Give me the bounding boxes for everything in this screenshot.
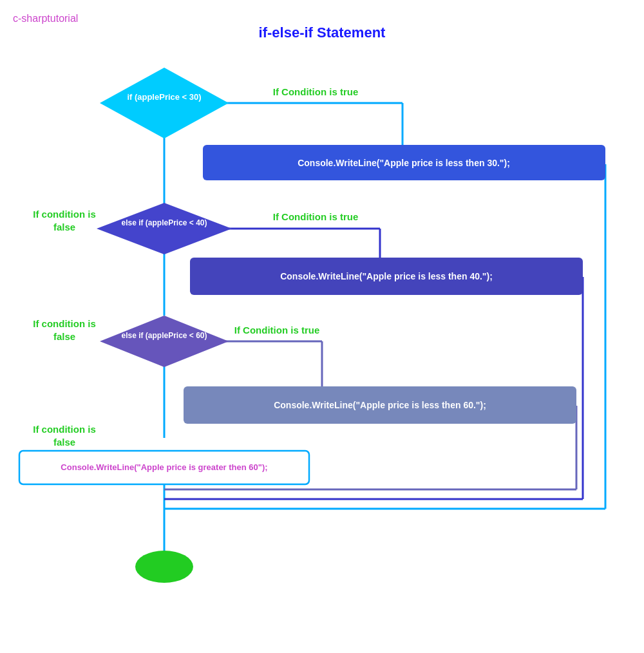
false-label-1: If condition is — [33, 209, 96, 220]
diamond-condition1 — [100, 68, 229, 138]
false-label-2: If condition is — [33, 318, 96, 329]
svg-text:false: false — [53, 331, 75, 342]
condition2-text: else if (applePrice < 40) — [121, 218, 207, 227]
true-label-1: If Condition is true — [273, 86, 359, 97]
action2-text: Console.WriteLine("Apple price is less t… — [280, 271, 493, 281]
action3-text: Console.WriteLine("Apple price is less t… — [274, 400, 486, 410]
condition1-text: if (applePrice < 30) — [127, 92, 201, 102]
diamond-condition2 — [97, 203, 232, 254]
end-oval — [135, 551, 193, 583]
true-label-2: If Condition is true — [273, 211, 359, 222]
true-label-3: If Condition is true — [234, 325, 320, 336]
flowchart-diagram: if (applePrice < 30) If Condition is tru… — [0, 0, 644, 653]
action1-text: Console.WriteLine("Apple price is less t… — [298, 158, 510, 168]
condition3-text: else if (applePrice < 60) — [121, 331, 207, 340]
svg-text:false: false — [53, 437, 75, 448]
diamond-condition3 — [100, 316, 229, 367]
action4-text: Console.WriteLine("Apple price is greate… — [61, 462, 267, 472]
svg-text:false: false — [53, 222, 75, 232]
false-label-3: If condition is — [33, 424, 96, 435]
